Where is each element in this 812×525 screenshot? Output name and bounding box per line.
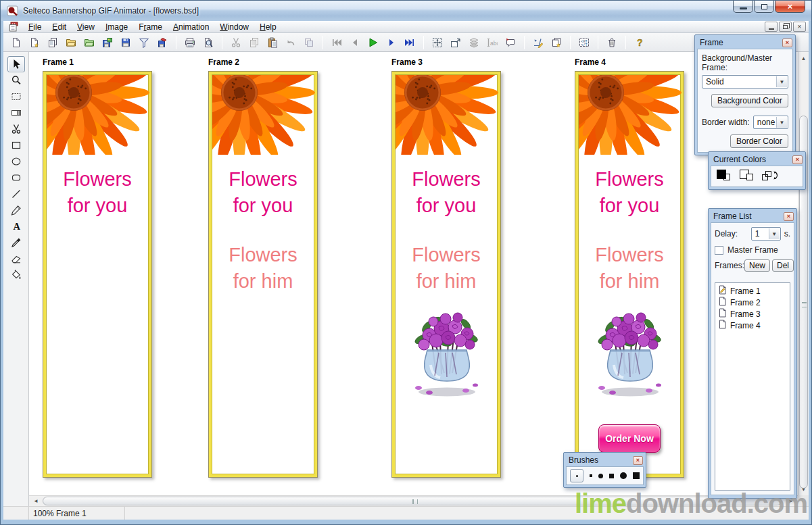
background-color-button[interactable]: Background Color bbox=[711, 94, 788, 107]
frame-list-item[interactable]: Frame 3 bbox=[715, 308, 790, 320]
brush-size-4-button[interactable] bbox=[609, 474, 614, 478]
background-type-dropdown[interactable]: Solid ▼ bbox=[702, 75, 788, 89]
banner-frame-4[interactable]: Flowersfor youFlowersfor him Order Now bbox=[575, 71, 684, 478]
brush-size-5-button[interactable] bbox=[620, 472, 627, 479]
delete-frame-button[interactable]: Del bbox=[772, 259, 794, 272]
fill-tool[interactable] bbox=[7, 267, 25, 283]
banner-frame-1[interactable]: Flowersfor you bbox=[43, 71, 152, 478]
minimize-button[interactable] bbox=[733, 0, 753, 13]
border-width-value: none bbox=[757, 118, 775, 127]
current-colors-close-icon[interactable]: × bbox=[792, 155, 803, 164]
frame-list[interactable]: Frame 1Frame 2Frame 3Frame 4 bbox=[715, 282, 790, 491]
frame-list-item[interactable]: Frame 1 bbox=[715, 285, 790, 297]
publish-button[interactable] bbox=[154, 34, 170, 51]
callout-button[interactable] bbox=[502, 34, 519, 51]
current-colors-title: Current Colors bbox=[713, 155, 766, 164]
line-tool[interactable] bbox=[7, 186, 25, 202]
canvas[interactable]: Frame 1Flowersfor youFrame 2Flowersfor y… bbox=[29, 52, 798, 495]
frame-list-title: Frame List bbox=[713, 211, 752, 221]
rounded-rectangle-tool[interactable] bbox=[7, 170, 25, 186]
delay-value: 1 bbox=[755, 229, 760, 239]
background-color-swatch[interactable] bbox=[738, 169, 755, 184]
border-color-button[interactable]: Border Color bbox=[730, 134, 788, 148]
print-preview-button[interactable] bbox=[200, 34, 216, 51]
brush-size-6-button[interactable] bbox=[633, 472, 640, 479]
frame-panel-title: Frame bbox=[700, 38, 723, 47]
brush-size-2-button[interactable] bbox=[590, 474, 592, 477]
border-width-dropdown[interactable]: none ▼ bbox=[753, 116, 788, 129]
zoom-tool[interactable] bbox=[7, 72, 25, 89]
paste-button[interactable] bbox=[264, 34, 281, 51]
menu-frame[interactable]: Frame bbox=[133, 22, 168, 32]
eraser-tool[interactable] bbox=[7, 251, 25, 267]
menu-edit[interactable]: Edit bbox=[47, 22, 72, 32]
new-frame-button[interactable]: New bbox=[744, 259, 770, 272]
banner-wizard-button[interactable] bbox=[26, 34, 43, 51]
brush-size-1-button[interactable] bbox=[570, 469, 583, 482]
pencil-tool[interactable] bbox=[7, 202, 25, 218]
swap-colors-icon[interactable] bbox=[761, 169, 782, 184]
banner-frame-2[interactable]: Flowersfor youFlowersfor him bbox=[208, 71, 318, 478]
frame-panel-close-icon[interactable]: × bbox=[782, 39, 792, 47]
mdi-restore-button[interactable] bbox=[779, 22, 792, 32]
resize-banner-button[interactable] bbox=[448, 34, 464, 51]
export-gif-button[interactable] bbox=[136, 34, 152, 51]
html-code-button[interactable]: <HT</T bbox=[576, 34, 592, 51]
clone-button bbox=[301, 34, 317, 51]
order-now-button[interactable]: Order Now bbox=[598, 424, 661, 453]
edit-text-button: abc bbox=[484, 34, 500, 51]
scissors-tool[interactable] bbox=[7, 121, 25, 137]
menu-animation[interactable]: Animation bbox=[168, 22, 214, 32]
animation-wizard-button[interactable] bbox=[530, 34, 546, 51]
next-frame-button[interactable] bbox=[383, 34, 400, 51]
delete-frame-button[interactable] bbox=[604, 34, 620, 51]
banner-frame-3[interactable]: Flowersfor youFlowersfor him bbox=[391, 71, 501, 478]
marquee-tool[interactable] bbox=[7, 89, 25, 105]
open-button[interactable] bbox=[63, 34, 79, 51]
last-frame-button[interactable] bbox=[402, 34, 418, 51]
play-button[interactable] bbox=[365, 34, 381, 51]
master-frame-checkbox[interactable] bbox=[715, 246, 723, 255]
menu-image[interactable]: Image bbox=[100, 22, 133, 32]
close-button[interactable]: × bbox=[775, 0, 805, 13]
gradient-tool[interactable] bbox=[7, 105, 25, 121]
frame-list-close-icon[interactable]: × bbox=[784, 212, 794, 221]
current-colors-panel: Current Colors × bbox=[708, 151, 806, 190]
vertical-scrollbar[interactable]: ▲ ▼ bbox=[798, 52, 809, 495]
select-tool[interactable] bbox=[7, 56, 25, 72]
mdi-close-button[interactable]: × bbox=[793, 22, 806, 32]
save-button[interactable] bbox=[118, 34, 134, 51]
menu-view[interactable]: View bbox=[72, 22, 100, 32]
layers-button bbox=[466, 34, 482, 51]
delay-dropdown[interactable]: 1 ▼ bbox=[751, 227, 781, 241]
insert-frame-button[interactable] bbox=[548, 34, 565, 51]
frame-list-item[interactable]: Frame 2 bbox=[715, 297, 790, 308]
menu-help[interactable]: Help bbox=[254, 22, 282, 32]
eyedropper-tool[interactable] bbox=[7, 234, 25, 251]
new-document-button[interactable] bbox=[8, 34, 24, 51]
text-tool[interactable]: A bbox=[7, 218, 25, 234]
rectangle-tool[interactable] bbox=[7, 137, 25, 153]
help-button[interactable]: ? bbox=[631, 34, 648, 51]
brushes-close-icon[interactable]: × bbox=[633, 456, 643, 465]
import-image-button[interactable] bbox=[81, 34, 97, 51]
restore-button[interactable] bbox=[754, 0, 774, 13]
save-banner-button[interactable] bbox=[99, 34, 116, 51]
scroll-left-arrow[interactable]: ◄ bbox=[30, 497, 41, 505]
menu-window[interactable]: Window bbox=[214, 22, 254, 32]
foreground-color-swatch[interactable] bbox=[715, 169, 732, 184]
frame-slot-4: Frame 4Flowersfor youFlowersfor him Orde… bbox=[575, 57, 690, 478]
horizontal-scrollbar[interactable]: ◄ ► bbox=[29, 495, 798, 506]
actual-size-button[interactable] bbox=[429, 34, 446, 51]
print-button[interactable] bbox=[182, 34, 198, 51]
brush-size-3-button[interactable] bbox=[598, 474, 603, 478]
frame-list-item[interactable]: Frame 4 bbox=[715, 320, 790, 331]
svg-text:</T: </T bbox=[581, 42, 588, 46]
headline-text: Flowersfor you bbox=[392, 166, 500, 219]
ellipse-tool[interactable] bbox=[7, 153, 25, 170]
horizontal-scroll-thumb[interactable] bbox=[43, 497, 782, 505]
open-sample-button[interactable] bbox=[45, 34, 61, 51]
scroll-up-arrow[interactable]: ▲ bbox=[799, 53, 808, 63]
menu-file[interactable]: File bbox=[23, 22, 47, 32]
mdi-minimize-button[interactable] bbox=[765, 22, 778, 32]
